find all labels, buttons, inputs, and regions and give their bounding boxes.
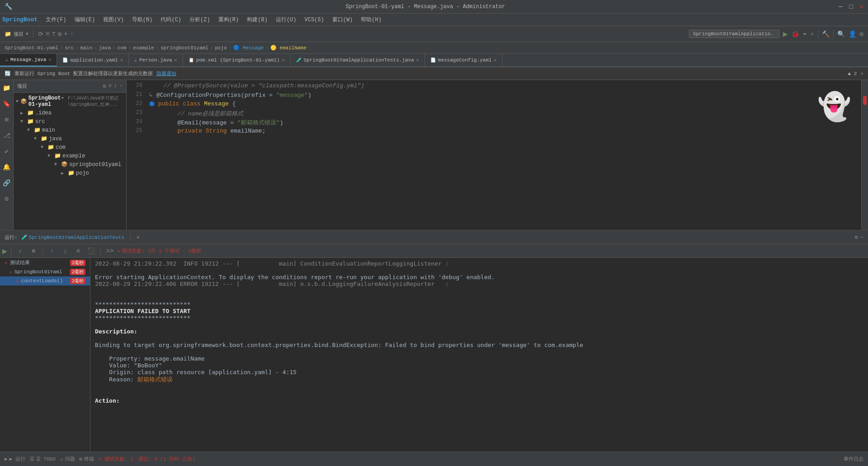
breadcrumb-com[interactable]: com [118,45,127,51]
run-stop-btn[interactable]: ⊗ [28,246,39,257]
breadcrumb-project[interactable]: SpringBoot-01-yaml [5,45,58,51]
panel-equalizer-icon[interactable]: ≡ [108,83,111,90]
toolbar-gear-icon[interactable]: ⚙ [58,30,61,38]
tab-close-message[interactable]: ✕ [48,57,51,62]
tree-item-java[interactable]: ▼ 📁 java [14,134,126,143]
sidebar-project-icon[interactable]: 📁 [1,82,12,94]
toolbar-filter-icon[interactable]: ⊤ [52,30,55,38]
tree-item-example[interactable]: ▼ 📁 example [14,152,126,160]
code-content[interactable]: 20 // @PropertySource(value = "classpath… [127,80,861,230]
menu-refactor[interactable]: 重构(R) [215,14,243,25]
maximize-button[interactable]: □ [849,3,853,10]
sidebar-git-icon[interactable]: ⎇ [1,130,12,141]
run-expand-icon[interactable]: ⬛ [86,246,97,257]
run-button[interactable]: ▶ [783,29,788,39]
coverage-button[interactable]: ☂ [803,30,807,38]
breadcrumb-example[interactable]: example [133,45,154,51]
run-panel-body: ✕ 测试结果 2毫秒 ✕ SpringBoot01Yaml 2毫秒 ✕ cont… [0,258,868,452]
tree-item-src[interactable]: ▼ 📁 src [14,117,126,126]
tree-item-pojo[interactable]: ▶ 📁 pojo [14,169,126,177]
tab-tests-java[interactable]: 🧪 SpringBoot01YamlApplicationTests.java … [291,54,425,67]
status-run[interactable]: ▶ ▶ 运行 [5,456,25,462]
tree-item-springboot01yaml[interactable]: ▼ 📦 springboot01yaml [14,160,126,169]
sidebar-notifications-icon[interactable]: 🔔 [1,162,12,173]
tab-close-person[interactable]: ✕ [175,57,177,63]
status-todo[interactable]: ☰ ☰ TODO [30,456,56,462]
status-issue[interactable]: ⚠ 问题 [60,456,75,462]
toolbar-struct-icon[interactable]: ≡ [46,30,49,38]
toolbar-collapse-icon[interactable]: - [70,30,74,38]
menu-analyze[interactable]: 分析(Z) [186,14,214,25]
run-tree-contextloads[interactable]: ✕ contextLoads() 2毫秒 [0,276,90,285]
menu-vcs[interactable]: VCS(S) [301,15,328,24]
build-button[interactable]: 🔨 [822,30,830,38]
run-minimize-icon[interactable]: ─ [860,234,863,241]
tree-label-pkg: springboot01yaml [69,162,124,168]
tab-message-java[interactable]: ☕ Message.java ✕ [0,54,57,67]
search-icon[interactable]: 🔍 [837,30,845,38]
tab-person-java[interactable]: ☕ Person.java ✕ [129,54,183,67]
notif-action[interactable]: 隐藏通知 [156,70,176,77]
sidebar-settings-icon[interactable]: ⚙ [1,193,12,204]
toolbar-dropdown-icon[interactable]: ▼ [26,32,28,37]
close-button[interactable]: ✕ [860,3,863,10]
tree-item-com[interactable]: ▼ 📁 com [14,143,126,152]
menu-run[interactable]: 运行(U) [272,14,300,25]
run-close-btn[interactable]: ✕ [137,234,140,241]
toolbar-sync-icon[interactable]: ⟳ [38,30,43,38]
tab-close-pom[interactable]: ✕ [282,57,284,63]
menu-build[interactable]: 构建(B) [243,14,271,25]
menu-help[interactable]: 帮助(H) [357,14,385,25]
menu-navigate[interactable]: 导航(N) [128,14,156,25]
run-config-icon[interactable]: ⚙ [855,234,858,241]
run-skip-icon[interactable]: >> [104,246,115,257]
run-tree-results[interactable]: ✕ 测试结果 2毫秒 [0,258,90,267]
run-sort-desc-icon[interactable]: ↓ [60,246,71,257]
sidebar-structure-icon[interactable]: ⊞ [1,114,12,125]
panel-gear-icon[interactable]: ⚙ [103,83,106,90]
tree-item-idea[interactable]: ▶ 📁 .idea [14,109,126,117]
run-output[interactable]: 2022-08-29 21:29:22.392 INFO 19212 --- [… [90,258,868,452]
run-config-dropdown[interactable]: SpringBoot01YamlApplicationTests [689,30,779,38]
account-icon[interactable]: 👤 [849,30,856,38]
tab-close-appyaml[interactable]: ✕ [120,57,123,63]
menu-window[interactable]: 窗口(W) [329,14,357,25]
run-rerun-btn[interactable]: ✓ [15,246,26,257]
sidebar-todo-icon[interactable]: ✔ [1,146,12,157]
menu-file[interactable]: 文件(F) [42,14,70,25]
run-sort-asc-icon[interactable]: ↑ [47,246,57,257]
sidebar-bookmark-icon[interactable]: 🔖 [1,98,12,109]
tab-close-tests[interactable]: ✕ [416,57,419,63]
menu-code[interactable]: 代码(C) [157,14,185,25]
run-tree-springboot01yaml[interactable]: ✕ SpringBoot01Yaml 2毫秒 [0,267,90,276]
breadcrumb-src[interactable]: src [65,45,74,51]
minimize-button[interactable]: ─ [839,3,842,10]
settings-gear-icon[interactable]: ⚙ [860,30,863,38]
tab-pom-xml[interactable]: 📋 pom.xml (SpringBoot-01-yaml) ✕ [183,54,291,67]
toolbar-expand-icon[interactable]: + [64,30,67,38]
tab-messageconfig-yaml[interactable]: 📄 messageConfig.yaml ✕ [425,54,503,67]
panel-sort-icon[interactable]: ↕ [114,83,117,90]
breadcrumb-java[interactable]: java [99,45,111,51]
tab-application-yaml[interactable]: 📄 application.yaml ✕ [57,54,129,67]
breadcrumb-pojo[interactable]: pojo [215,45,226,51]
tree-item-project[interactable]: ▼ 📦 SpringBoot-01-yaml F:\JAVA\Java学习笔记\… [14,94,126,109]
panel-collapse-icon[interactable]: - [119,83,123,90]
notif-close-icon[interactable]: ✕ [860,71,863,76]
run-filter-icon[interactable]: ≡ [73,246,84,257]
run-play-button[interactable]: ▶ [2,246,7,256]
status-event-log[interactable]: 事件日志 [844,456,863,462]
status-terminal[interactable]: ⊞ 终端 [80,456,94,462]
breadcrumb-message[interactable]: 🔵 Message [233,45,264,51]
breadcrumb-main[interactable]: main [80,45,92,51]
tree-item-main[interactable]: ▼ 📁 main [14,126,126,134]
sidebar-endpoints-icon[interactable]: 🔗 [1,177,12,189]
breadcrumb-springboot01yaml[interactable]: springboot01yaml [160,45,208,51]
menu-edit[interactable]: 编辑(E) [71,14,99,25]
profile-button[interactable]: ⚡ [810,30,814,38]
tab-close-msgconfig[interactable]: ✕ [494,57,497,63]
menu-view[interactable]: 视图(V) [99,14,127,25]
debug-button[interactable]: 🐞 [792,30,799,38]
status-test-fail[interactable]: ✕ 测试失败: 1，通过: 0 (1 分钟 之前) [99,456,195,462]
breadcrumb-emailname[interactable]: 🟡 emailName [270,45,307,51]
